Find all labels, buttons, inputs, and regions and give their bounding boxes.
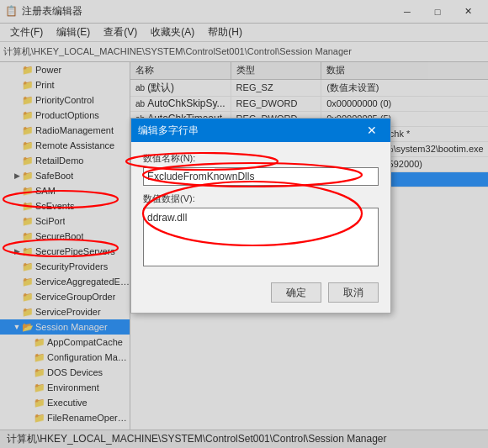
dialog-titlebar: 编辑多字行串 ✕ [131,119,390,142]
dialog-close-button[interactable]: ✕ [360,119,384,142]
field-data-textarea[interactable]: ddraw.dll [143,208,379,266]
field-data-label: 数值数据(V): [143,192,379,205]
dialog-cancel-button[interactable]: 取消 [328,282,379,303]
edit-dialog: 编辑多字行串 ✕ 数值名称(N): 数值数据(V): ddraw.dll 确定 … [130,118,391,314]
dialog-buttons: 确定 取消 [131,276,390,313]
dialog-ok-button[interactable]: 确定 [271,282,321,303]
dialog-title: 编辑多字行串 [138,124,360,138]
dialog-overlay: 编辑多字行串 ✕ 数值名称(N): 数值数据(V): ddraw.dll 确定 … [0,0,488,448]
field-name-input[interactable] [143,167,379,186]
field-name-label: 数值名称(N): [143,152,379,165]
dialog-body: 数值名称(N): 数值数据(V): ddraw.dll [131,142,390,276]
